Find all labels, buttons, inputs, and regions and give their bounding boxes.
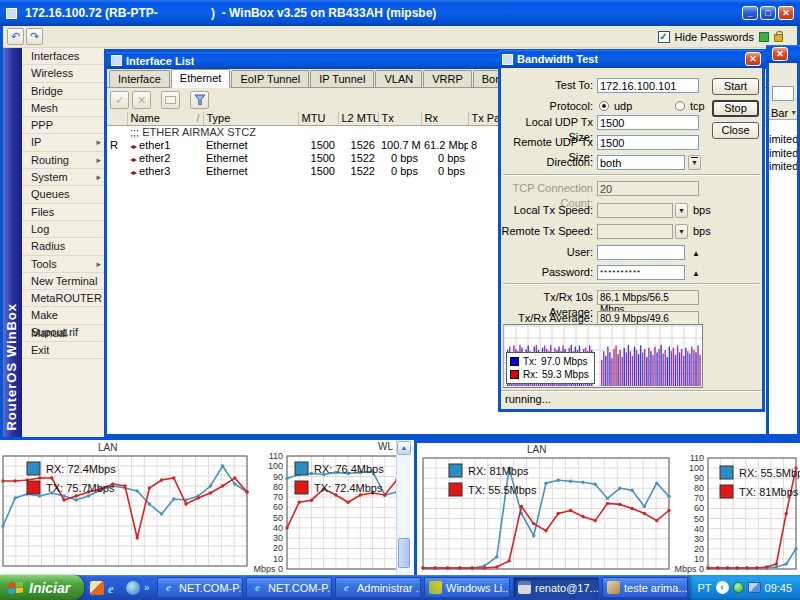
chart-title: WL [378,441,393,452]
scrollbar[interactable]: ▲ [396,440,410,575]
network-connection-icon[interactable] [748,582,761,593]
quick-launch-more-chevron[interactable]: » [144,582,150,593]
sidebar-item-manual[interactable]: Manual [22,325,104,342]
show-desktop-icon[interactable] [90,581,104,595]
col-l2mtu[interactable]: L2 MTU [338,112,378,125]
remote-udp-size-input[interactable]: 1500 [597,135,699,150]
sidebar-item-ip[interactable]: IP▸ [22,134,104,151]
close-button[interactable]: ✕ [778,6,794,20]
svg-text:80: 80 [694,483,704,493]
sidebar-item-system[interactable]: System▸ [22,169,104,186]
svg-text:80: 80 [273,482,283,492]
sidebar-item-new-terminal[interactable]: New Terminal [22,273,104,290]
col-type[interactable]: Type [203,112,298,125]
chevron-down-icon: ▼ [678,207,685,214]
sidebar-item-log[interactable]: Log [22,221,104,238]
local-tx-speed-dropdown-button[interactable]: ▼ [675,203,688,218]
tab-eoip-tunnel[interactable]: EoIP Tunnel [231,70,309,87]
sidebar-item-exit[interactable]: Exit [22,342,104,359]
col-mtu[interactable]: MTU [298,112,338,125]
hide-passwords-checkbox[interactable]: ✓ [658,31,670,43]
taskbar-button-teste-arima[interactable]: teste arima... [602,577,688,598]
svg-text:40: 40 [694,524,704,534]
tab-ip-tunnel[interactable]: IP Tunnel [310,70,374,87]
queue-row[interactable]: imited [769,160,797,174]
protocol-udp-radio[interactable] [599,101,609,111]
tab-vlan[interactable]: VLAN [375,70,422,87]
disable-button[interactable]: ✕ [132,91,151,109]
remote-tx-speed-unit: bps [693,224,711,239]
svg-text:110: 110 [690,453,704,463]
sidebar-item-metarouter[interactable]: MetaROUTER [22,290,104,307]
winbox-toolbar: ↶ ↷ ✓ Hide Passwords [3,26,797,48]
maximize-button[interactable]: □ [760,6,776,20]
undo-button[interactable]: ↶ [7,28,24,45]
direction-dropdown-button[interactable]: ▼ [688,155,701,170]
filter-button[interactable] [190,91,209,109]
enable-button[interactable]: ✓ [110,91,129,109]
queue-filter-input[interactable] [772,86,794,101]
start-button[interactable]: Iniciar [0,575,84,600]
password-input[interactable]: ********** [597,265,685,280]
ethernet-interface-icon: ◂▸ [130,168,136,177]
protocol-tcp-radio[interactable] [675,101,685,111]
tab-vrrp[interactable]: VRRP [423,70,472,87]
test-to-input[interactable]: 172.16.100.101 [597,78,699,93]
stop-button[interactable]: Stop [712,100,759,117]
taskbar-button-renato-session[interactable]: renato@17... [513,577,599,598]
sidebar-item-radius[interactable]: Radius [22,238,104,255]
sidebar-item-files[interactable]: Files [22,204,104,221]
direction-select[interactable]: both [597,155,685,170]
close-dialog-button[interactable]: Close [712,122,759,139]
sidebar-item-mesh[interactable]: Mesh [22,100,104,117]
remote-tx-speed-dropdown-button[interactable]: ▼ [675,224,688,239]
minimize-button[interactable]: _ [742,6,758,20]
sidebar-item-ppp[interactable]: PPP [22,117,104,134]
comment-button[interactable] [161,91,180,109]
sidebar-item-queues[interactable]: Queues [22,186,104,203]
sidebar-item-tools[interactable]: Tools▸ [22,256,104,273]
internet-explorer-icon[interactable]: e [108,581,122,595]
queue-column-bar[interactable]: Bar ▼ [769,106,797,120]
queue-row[interactable]: imited [769,147,797,161]
redo-icon: ↷ [30,30,39,43]
sidebar-item-make-supout[interactable]: Make Supout.rif [22,307,104,324]
language-indicator[interactable]: PT [697,582,711,594]
sidebar-item-bridge[interactable]: Bridge [22,83,104,100]
taskbar-button-netcom-1[interactable]: e NET.COM-P... [157,577,243,598]
test-to-label: Test To: [501,78,593,93]
queue-row[interactable]: imited [769,133,797,147]
scrollbar-thumb[interactable] [398,538,410,568]
browser-globe-icon[interactable] [126,581,140,595]
svg-text:RX: 55.5Mbps: RX: 55.5Mbps [739,467,800,479]
col-flags[interactable] [107,112,127,125]
scroll-up-button[interactable]: ▲ [397,441,411,455]
collapse-up-icon[interactable]: ▲ [692,249,700,258]
sidebar-item-wireless[interactable]: Wireless [22,65,104,82]
bandwidth-test-title: Bandwidth Test [517,53,598,65]
tab-interface[interactable]: Interface [109,70,170,87]
close-button[interactable]: ✕ [745,52,761,66]
hide-tray-icons-chevron[interactable]: ‹ [716,581,729,594]
taskbar-button-administrar[interactable]: e Administrar ... [335,577,421,598]
rx-legend-value: 59.3 Mbps [542,369,589,380]
taskbar-button-windows-live[interactable]: Windows Li... [424,577,510,598]
sidebar-item-routing[interactable]: Routing▸ [22,152,104,169]
redo-button[interactable]: ↷ [26,28,43,45]
queue-rows: imited imited imited [769,120,797,434]
close-button[interactable]: ✕ [772,47,788,61]
local-udp-size-input[interactable]: 1500 [597,115,699,130]
col-rx[interactable]: Rx [421,112,468,125]
start-button[interactable]: Start [712,78,759,95]
col-tx[interactable]: Tx [378,112,421,125]
tab-ethernet[interactable]: Ethernet [171,69,231,88]
tx-legend-label: Tx: [523,356,537,367]
sidebar-item-interfaces[interactable]: Interfaces [22,48,104,65]
user-input[interactable] [597,245,685,260]
rx-legend-swatch [510,370,519,379]
messenger-status-icon[interactable] [733,582,744,593]
taskbar-button-netcom-2[interactable]: e NET.COM-P... [246,577,332,598]
collapse-up-icon[interactable]: ▲ [692,269,700,278]
col-name[interactable]: Name/ [127,112,203,125]
queue-list-window-partial: ✕ Bar ▼ imited imited imited [766,45,800,437]
